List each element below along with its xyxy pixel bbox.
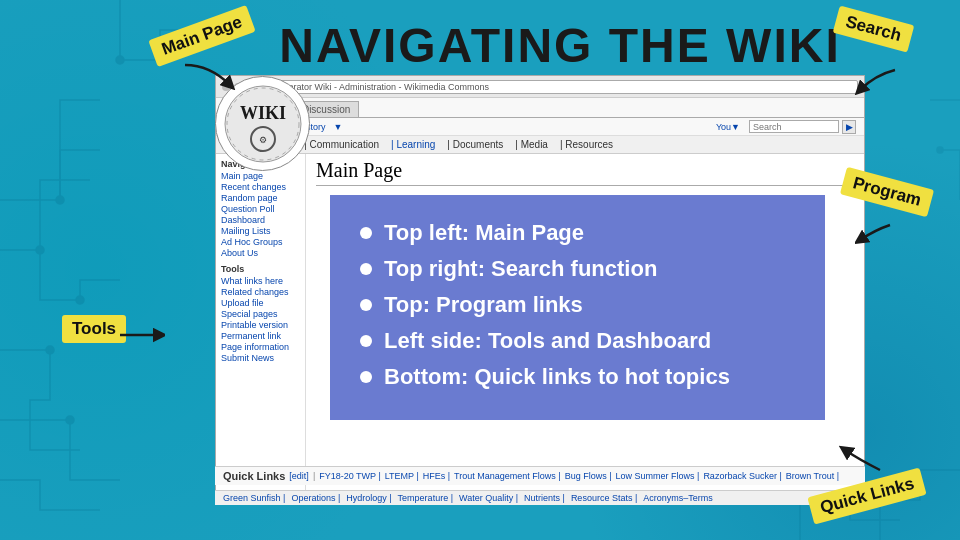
prog-nav-docs[interactable]: | Documents bbox=[447, 139, 503, 150]
wiki-action-bar: Read Edit View history ▼ You▼ ▶ bbox=[216, 118, 864, 136]
prog-nav-learning[interactable]: | Learning bbox=[391, 139, 435, 150]
bl-temperature[interactable]: Temperature | bbox=[398, 493, 453, 503]
svg-point-9 bbox=[937, 147, 943, 153]
sidebar-link-main-page[interactable]: Main page bbox=[221, 171, 300, 181]
bullet-dot-2 bbox=[360, 263, 372, 275]
svg-point-1 bbox=[36, 246, 44, 254]
svg-point-0 bbox=[56, 196, 64, 204]
bullet-dot-4 bbox=[360, 335, 372, 347]
ql-ltemp[interactable]: LTEMP | bbox=[385, 471, 419, 481]
sidebar-tool-what-links[interactable]: What links here bbox=[221, 276, 300, 286]
prog-nav-comm[interactable]: | Communication bbox=[304, 139, 379, 150]
ql-razorback[interactable]: Razorback Sucker | bbox=[703, 471, 781, 481]
wiki-nav-tabs: Main page Discussion bbox=[216, 98, 864, 118]
sidebar-link-random[interactable]: Random page bbox=[221, 193, 300, 203]
sidebar-link-about[interactable]: About Us bbox=[221, 248, 300, 258]
action-you[interactable]: You▼ bbox=[716, 122, 740, 132]
browser-topbar: Collaborator Wiki - Administration - Wik… bbox=[216, 76, 864, 98]
svg-text:WIKI: WIKI bbox=[239, 103, 285, 123]
arrow-tools bbox=[115, 325, 165, 345]
arrow-quick-links bbox=[835, 445, 885, 475]
wiki-search-button[interactable]: ▶ bbox=[842, 120, 856, 134]
sidebar-link-mailing[interactable]: Mailing Lists bbox=[221, 226, 300, 236]
page-title: NAVIGATING THE WIKI bbox=[220, 18, 900, 73]
sidebar-link-recent[interactable]: Recent changes bbox=[221, 182, 300, 192]
bl-hydrology[interactable]: Hydrology | bbox=[346, 493, 391, 503]
sidebar-tool-special[interactable]: Special pages bbox=[221, 309, 300, 319]
ql-hfes[interactable]: HFEs | bbox=[423, 471, 450, 481]
quick-links-label: Quick Links bbox=[223, 470, 285, 482]
wiki-quick-links-bar: Quick Links [edit] | FY18-20 TWP | LTEMP… bbox=[215, 466, 865, 485]
bullets-overlay: Top left: Main Page Top right: Search fu… bbox=[330, 195, 825, 420]
ql-bug-flows[interactable]: Bug Flows | bbox=[565, 471, 612, 481]
sidebar-tool-printable[interactable]: Printable version bbox=[221, 320, 300, 330]
ql-brown-trout[interactable]: Brown Trout | bbox=[786, 471, 839, 481]
bl-resource-stats[interactable]: Resource Stats | bbox=[571, 493, 637, 503]
action-more[interactable]: ▼ bbox=[333, 122, 342, 132]
arrow-search bbox=[850, 65, 900, 95]
ql-low-summer[interactable]: Low Summer Flows | bbox=[616, 471, 700, 481]
wiki-logo: WIKI ⚙ bbox=[215, 76, 310, 171]
wiki-page-title: Main Page bbox=[316, 159, 854, 186]
sidebar-tool-related[interactable]: Related changes bbox=[221, 287, 300, 297]
sidebar-link-adhoc[interactable]: Ad Hoc Groups bbox=[221, 237, 300, 247]
arrow-main-page bbox=[180, 60, 240, 90]
wiki-sidebar: Navigation Main page Recent changes Rand… bbox=[216, 154, 306, 502]
bl-acronyms[interactable]: Acronyms–Terms bbox=[643, 493, 713, 503]
ql-fy1820[interactable]: FY18-20 TWP | bbox=[319, 471, 381, 481]
bl-water-quality[interactable]: Water Quality | bbox=[459, 493, 518, 503]
bullet-item-5: Bottom: Quick links to hot topics bbox=[360, 364, 805, 390]
sidebar-tool-submit-news[interactable]: Submit News bbox=[221, 353, 300, 363]
bullet-item-2: Top right: Search function bbox=[360, 256, 805, 282]
bl-nutrients[interactable]: Nutrients | bbox=[524, 493, 565, 503]
bl-operations[interactable]: Operations | bbox=[291, 493, 340, 503]
wiki-bottom-bar: Green Sunfish | Operations | Hydrology |… bbox=[215, 490, 865, 505]
wiki-search-input[interactable] bbox=[749, 120, 839, 133]
wiki-search-box: You▼ ▶ bbox=[716, 120, 856, 134]
svg-point-4 bbox=[66, 416, 74, 424]
bullet-dot-1 bbox=[360, 227, 372, 239]
sidebar-tools-title: Tools bbox=[221, 264, 300, 274]
arrow-program bbox=[855, 220, 895, 250]
svg-point-2 bbox=[76, 296, 84, 304]
svg-point-3 bbox=[46, 346, 54, 354]
sidebar-link-dashboard[interactable]: Dashboard bbox=[221, 215, 300, 225]
bullet-dot-3 bbox=[360, 299, 372, 311]
bullet-item-3: Top: Program links bbox=[360, 292, 805, 318]
sidebar-tool-permanent[interactable]: Permanent link bbox=[221, 331, 300, 341]
sidebar-tools-group: Tools What links here Related changes Up… bbox=[221, 264, 300, 363]
sidebar-link-poll[interactable]: Question Poll bbox=[221, 204, 300, 214]
quick-links-edit[interactable]: [edit] bbox=[289, 471, 309, 481]
bullet-dot-5 bbox=[360, 371, 372, 383]
bullet-item-1: Top left: Main Page bbox=[360, 220, 805, 246]
wiki-program-nav: | Administration | Communication | Learn… bbox=[216, 136, 864, 154]
svg-point-5 bbox=[116, 56, 124, 64]
prog-nav-resources[interactable]: | Resources bbox=[560, 139, 613, 150]
sidebar-nav-group: Navigation Main page Recent changes Rand… bbox=[221, 159, 300, 258]
bullet-item-4: Left side: Tools and Dashboard bbox=[360, 328, 805, 354]
bl-green-sunfish[interactable]: Green Sunfish | bbox=[223, 493, 285, 503]
sidebar-tool-page-info[interactable]: Page information bbox=[221, 342, 300, 352]
prog-nav-media[interactable]: | Media bbox=[515, 139, 548, 150]
browser-url: Collaborator Wiki - Administration - Wik… bbox=[258, 80, 858, 94]
svg-text:⚙: ⚙ bbox=[259, 135, 267, 145]
ql-trout[interactable]: Trout Management Flows | bbox=[454, 471, 561, 481]
sidebar-tool-upload[interactable]: Upload file bbox=[221, 298, 300, 308]
